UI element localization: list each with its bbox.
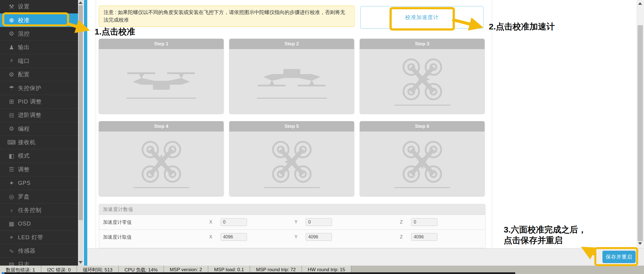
gyro-mount-note: 注意 : 如果陀螺仪以不同的角度安装或安装在飞控下方，请依照图示中陀螺仪指向的步…	[99, 6, 354, 27]
page-scrollbar[interactable]	[636, 0, 644, 248]
sidebar-item-mission-control[interactable]: ♁ 任务控制	[0, 203, 78, 217]
quad-side-upright-illustration	[125, 64, 198, 95]
step-title: Step 6	[360, 121, 485, 132]
step-card-3: Step 3	[360, 39, 485, 114]
calibration-tab-content: 注意 : 如果陀螺仪以不同的角度安装或安装在飞控下方，请依照图示中陀螺仪指向的步…	[87, 0, 636, 266]
sitemap-icon: ⊞	[7, 98, 16, 105]
axis-x-label: X	[209, 234, 221, 240]
step-title: Step 3	[360, 39, 485, 49]
taskbar-accent	[2, 272, 4, 274]
scroll-up-icon[interactable]	[79, 1, 82, 4]
axis-y-label: Y	[294, 220, 306, 225]
step-title: Step 5	[229, 121, 354, 132]
sidebar-item-sensors[interactable]: ∿ 传感器	[0, 244, 78, 257]
sidebar-item-adjustments[interactable]: ☰ 调整	[0, 163, 78, 176]
ground-line	[133, 187, 189, 188]
inav-configurator-window: ⚒ 设置 ⊕ 校准 ⚙ 混控 ♟ 输出 ⚡ 端口 ⚙ 配置 ☂ 失控保护 ⊞ P…	[0, 0, 644, 274]
blackbox-icon: ▤	[7, 261, 16, 266]
sidebar-item-receiver[interactable]: ⌨ 接收机	[0, 135, 78, 149]
sidebar-item-configuration[interactable]: ⚙ 配置	[0, 68, 78, 81]
sidebar-item-pid-tuning[interactable]: ⊞ PID 调整	[0, 95, 78, 108]
step-title: Step 2	[229, 39, 354, 49]
sidebar-item-modes[interactable]: ◧ 模式	[0, 149, 78, 162]
quad-top-arrow-down-illustration	[400, 139, 445, 184]
osd-icon: ▦	[7, 220, 16, 227]
acc-gain-row: 加速度计取值 X Y Z	[99, 229, 485, 244]
axis-z-label: Z	[400, 220, 411, 225]
waveform-icon: ∿	[7, 248, 16, 254]
step-card-6: Step 6	[360, 121, 485, 196]
sidebar-item-advanced-tuning[interactable]: ⊟ 进阶调整	[0, 108, 78, 122]
acc-zero-z-input[interactable]	[411, 218, 437, 226]
sidebar-item-led-strip[interactable]: ⌖ LED 灯带	[0, 231, 78, 244]
footer-bar	[87, 248, 644, 266]
sidebar-item-magnetometer[interactable]: ◎ 罗盘	[0, 190, 78, 203]
acc-gain-z-input[interactable]	[411, 233, 437, 241]
ground-line	[126, 98, 196, 99]
sidebar-scrollbar[interactable]	[78, 0, 83, 266]
mixer-gears-icon: ⚙	[7, 30, 16, 37]
gear-icon: ⚙	[7, 125, 16, 132]
satellite-icon: ✦	[7, 180, 16, 186]
panel-right-border	[492, 0, 492, 248]
sliders-icon: ☰	[7, 166, 16, 173]
acc-zero-y-input[interactable]	[306, 218, 332, 226]
parachute-icon: ☂	[7, 85, 16, 91]
step-card-5: Step 5	[229, 121, 354, 196]
scroll-down-icon[interactable]	[638, 242, 642, 245]
taskbar-edge	[2, 272, 515, 274]
sidebar-item-blackbox[interactable]: ▤ 日志	[0, 257, 78, 266]
wrench-icon: ⚒	[7, 3, 16, 10]
ground-line	[257, 98, 327, 99]
sidebar-item-osd[interactable]: ▦ OSD	[0, 217, 78, 230]
row-label: 加速度计取值	[99, 234, 209, 240]
quad-top-arrow-left-illustration	[269, 139, 314, 184]
sidebar-item-ports[interactable]: ⚡ 端口	[0, 54, 78, 68]
plug-icon: ⚡	[7, 57, 16, 64]
servo-icon: ♟	[7, 44, 16, 51]
scroll-up-icon[interactable]	[638, 2, 642, 5]
save-and-reboot-button[interactable]: 保存并重启	[602, 251, 636, 263]
gear-icon: ⚙	[7, 71, 16, 78]
sidebar-item-programming[interactable]: ⚙ 编程	[0, 122, 78, 135]
page-scrollbar-thumb[interactable]	[638, 25, 643, 241]
accelerometer-values-panel: 加速度计数值 加速度计零值 X Y Z 加速度计取值 X Y Z	[99, 204, 485, 248]
panel-left-border	[96, 0, 96, 248]
axis-y-label: Y	[294, 234, 306, 240]
sidebar: ⚒ 设置 ⊕ 校准 ⚙ 混控 ♟ 输出 ⚡ 端口 ⚙ 配置 ☂ 失控保护 ⊞ P…	[0, 0, 78, 266]
sidebar-item-outputs[interactable]: ♟ 输出	[0, 40, 78, 54]
sidebar-item-gps[interactable]: ✦ GPS	[0, 176, 78, 190]
panel-title: 加速度计数值	[99, 204, 485, 215]
acc-zero-row: 加速度计零值 X Y Z	[99, 215, 485, 229]
acc-gain-x-input[interactable]	[221, 233, 247, 241]
acc-zero-x-input[interactable]	[221, 218, 247, 226]
toggle-switches-icon: ◧	[7, 153, 16, 159]
sidebar-scrollbar-thumb[interactable]	[79, 5, 83, 220]
compass-icon: ◎	[7, 193, 16, 200]
quad-top-arrow-up-illustration	[139, 139, 184, 184]
ground-line	[264, 187, 320, 188]
step-title: Step 1	[99, 39, 224, 49]
calibrate-accelerometer-button-group: 校准加速度计	[360, 6, 483, 29]
step-card-2: Step 2	[229, 39, 354, 114]
scroll-down-icon[interactable]	[79, 261, 82, 264]
advanced-tuning-icon: ⊟	[7, 112, 16, 119]
row-label: 加速度计零值	[99, 219, 209, 225]
sidebar-item-failsafe[interactable]: ☂ 失控保护	[0, 81, 78, 95]
axis-z-label: Z	[400, 234, 411, 240]
quad-top-arrow-right-illustration	[400, 57, 445, 102]
ground-line	[394, 187, 450, 188]
sidebar-item-setup[interactable]: ⚒ 设置	[0, 0, 78, 13]
radio-transmitter-icon: ⌨	[7, 139, 16, 146]
sidebar-item-mixer[interactable]: ⚙ 混控	[0, 27, 78, 40]
accent-divider	[84, 0, 87, 266]
map-pin-icon: ♁	[7, 207, 16, 214]
quad-side-inverted-illustration	[255, 64, 328, 95]
step-card-1: Step 1	[99, 39, 224, 114]
acc-gain-y-input[interactable]	[306, 233, 332, 241]
calibrate-accelerometer-button[interactable]: 校准加速度计	[404, 13, 441, 21]
led-icon: ⌖	[7, 234, 16, 241]
ground-line	[394, 105, 450, 106]
axis-x-label: X	[209, 220, 221, 225]
sidebar-item-calibration[interactable]: ⊕ 校准	[0, 13, 78, 27]
